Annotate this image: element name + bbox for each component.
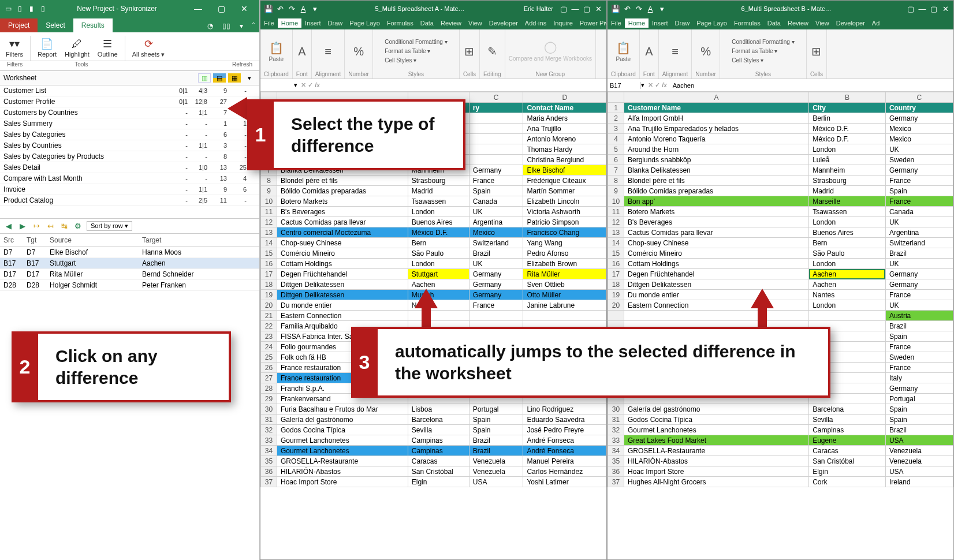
worksheet-row[interactable]: Product Catalog-2|511- <box>0 195 259 206</box>
menu-data[interactable]: Data <box>417 18 437 28</box>
minimize-icon[interactable]: — <box>569 5 581 13</box>
diff-row[interactable]: D17D17Rita MüllerBernd Schneider <box>0 269 259 280</box>
menu-ad[interactable]: Ad <box>869 18 883 28</box>
worksheet-row[interactable]: Sales Summery--11 <box>0 118 259 129</box>
undo-icon[interactable]: ↶ <box>621 5 633 13</box>
redo-icon[interactable]: ↷ <box>633 5 644 13</box>
menu-home[interactable]: Home <box>278 18 301 28</box>
worksheet-row[interactable]: Sales by Categories--6- <box>0 129 259 140</box>
worksheet-row[interactable]: Sales Detail-1|01325 <box>0 162 259 173</box>
font-icon[interactable]: A <box>297 5 309 13</box>
report-button[interactable]: 📄Report <box>35 36 59 59</box>
cell-styles-button[interactable]: Cell Styles ▾ <box>732 57 763 65</box>
worksheet-row[interactable]: Customer Profile0|112|827- <box>0 96 259 107</box>
spreadsheet-b[interactable]: ABC1Customer NameCityCountry2Alfa Import… <box>608 92 953 487</box>
wizard-icon[interactable]: ◔ <box>203 20 218 32</box>
cell-styles-button[interactable]: Cell Styles ▾ <box>385 57 416 65</box>
layout-icon[interactable]: ▯ <box>15 4 24 13</box>
menu-review[interactable]: Review <box>437 18 465 28</box>
menu-formulas[interactable]: Formulas <box>383 18 417 28</box>
worksheet-list[interactable]: Customer List0|14|39-Customer Profile0|1… <box>0 85 259 218</box>
filters-button[interactable]: ▾▾Filters <box>3 36 25 59</box>
cells-icon[interactable]: ⊞ <box>464 44 474 58</box>
paste-icon[interactable]: 📋 <box>616 41 631 55</box>
close-icon[interactable]: ✕ <box>233 4 256 13</box>
save-icon[interactable]: 💾 <box>263 5 274 13</box>
layout-icon[interactable]: ▯ <box>38 4 47 13</box>
settings-icon[interactable]: ⚙ <box>73 222 83 230</box>
font-group-icon[interactable]: A <box>298 45 305 58</box>
number-icon[interactable]: % <box>353 45 364 58</box>
formula-bar-a[interactable]: ▾ ✕ ✓ fx <box>260 79 606 92</box>
refresh-button[interactable]: ⟳All sheets ▾ <box>130 36 167 59</box>
menu-home[interactable]: Home <box>625 18 649 28</box>
outline-button[interactable]: ☰Outline <box>95 36 120 59</box>
help-icon[interactable]: ▾ <box>235 20 248 32</box>
worksheet-row[interactable]: Invoice-1|196 <box>0 184 259 195</box>
jump-tgt-icon[interactable]: ↤ <box>45 222 55 230</box>
filter-type-rows-icon[interactable]: ▤ <box>213 73 226 83</box>
align-icon[interactable]: ≡ <box>672 45 679 58</box>
undo-icon[interactable]: ↶ <box>274 5 286 13</box>
editing-icon[interactable]: ✎ <box>487 44 497 58</box>
cond-format-button[interactable]: Conditional Formatting ▾ <box>732 38 794 46</box>
compare-icon[interactable]: ◯ <box>544 40 557 54</box>
minimize-icon[interactable]: — <box>187 4 210 13</box>
worksheet-row[interactable]: Compare with Last Month--134 <box>0 173 259 184</box>
filter-type-columns-icon[interactable]: ▥ <box>198 73 211 83</box>
align-icon[interactable]: ≡ <box>325 45 331 58</box>
cells-icon[interactable]: ⊞ <box>811 44 821 58</box>
layout-icon[interactable]: ▮ <box>27 4 36 13</box>
sort-dropdown[interactable]: Sort by row ▾ <box>87 221 132 231</box>
filter-type-cells-icon[interactable]: ▦ <box>228 73 241 83</box>
prev-diff-icon[interactable]: ◀ <box>3 222 14 230</box>
menu-insert[interactable]: Insert <box>649 18 672 28</box>
tab-select[interactable]: Select <box>38 18 73 32</box>
minimize-icon[interactable]: — <box>916 5 928 13</box>
menu-add-ins[interactable]: Add-ins <box>521 18 550 28</box>
next-diff-icon[interactable]: ▶ <box>17 222 28 230</box>
diff-row[interactable]: D28D28Holger SchmidtPeter Franken <box>0 280 259 291</box>
close-icon[interactable]: ✕ <box>592 5 604 13</box>
menu-inquire[interactable]: Inquire <box>550 18 576 28</box>
layout-icon[interactable]: ▭ <box>3 4 13 13</box>
maximize-icon[interactable]: ▢ <box>581 5 592 13</box>
user-name[interactable]: Eric Halter <box>519 5 558 12</box>
collapse-icon[interactable]: ˆ <box>248 20 259 32</box>
menu-formulas[interactable]: Formulas <box>731 18 764 28</box>
tab-project[interactable]: Project <box>0 18 38 32</box>
font-group-icon[interactable]: A <box>645 45 653 58</box>
copy-icon[interactable]: ↹ <box>59 222 69 230</box>
menu-power-pivo[interactable]: Power Pivo <box>576 18 606 28</box>
tab-results[interactable]: Results <box>73 18 113 32</box>
worksheet-row[interactable]: Sales by Categories by Products--8- <box>0 151 259 162</box>
paste-icon[interactable]: 📋 <box>269 41 284 55</box>
menu-developer[interactable]: Developer <box>833 18 869 28</box>
diff-row[interactable]: D7D7Elke BischofHanna Moos <box>0 247 259 258</box>
menu-draw[interactable]: Draw <box>672 18 694 28</box>
menu-review[interactable]: Review <box>784 18 812 28</box>
maximize-icon[interactable]: ▢ <box>928 5 940 13</box>
menu-page-layo[interactable]: Page Layo <box>693 18 731 28</box>
worksheet-row[interactable]: Customers by Countries-1|17- <box>0 107 259 118</box>
format-table-button[interactable]: Format as Table ▾ <box>385 47 430 55</box>
menu-insert[interactable]: Insert <box>301 18 325 28</box>
menu-data[interactable]: Data <box>764 18 784 28</box>
close-icon[interactable]: ✕ <box>940 5 951 13</box>
menu-file[interactable]: File <box>260 18 278 28</box>
highlight-button[interactable]: 🖊Highlight <box>62 36 92 59</box>
menu-file[interactable]: File <box>608 18 625 28</box>
menu-view[interactable]: View <box>465 18 486 28</box>
menu-developer[interactable]: Developer <box>486 18 521 28</box>
redo-icon[interactable]: ↷ <box>286 5 297 13</box>
maximize-icon[interactable]: ▢ <box>210 4 233 13</box>
filter-dropdown-icon[interactable]: ▾ <box>243 73 256 83</box>
cond-format-button[interactable]: Conditional Formatting ▾ <box>385 38 447 46</box>
worksheet-row[interactable]: Sales by Countries-1|13- <box>0 140 259 151</box>
save-icon[interactable]: 💾 <box>610 5 621 13</box>
menu-view[interactable]: View <box>812 18 833 28</box>
menu-draw[interactable]: Draw <box>325 18 346 28</box>
diff-row[interactable]: B17B17StuttgartAachen <box>0 258 259 269</box>
dock-icon[interactable]: ▯▯ <box>218 20 235 32</box>
jump-src-icon[interactable]: ↦ <box>31 222 42 230</box>
